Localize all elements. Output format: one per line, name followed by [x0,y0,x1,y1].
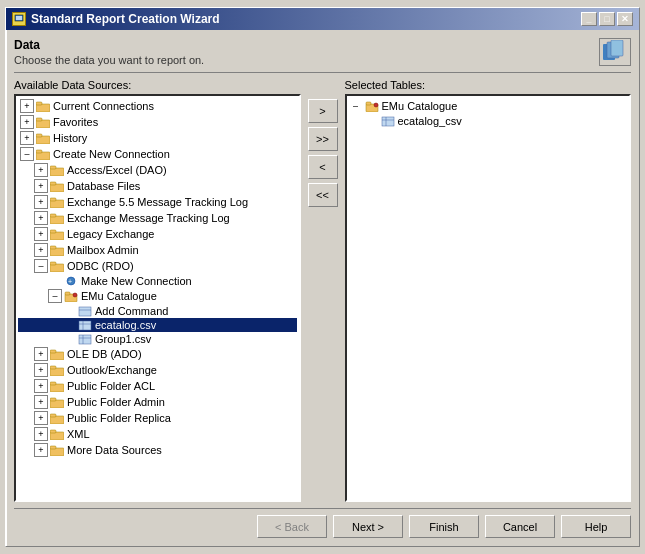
expander-legacy-exchange[interactable]: + [34,227,48,241]
svg-rect-8 [36,118,42,121]
expander-mailbox-admin[interactable]: + [34,243,48,257]
expander-favorites[interactable]: + [20,115,34,129]
connection-icon: + [64,276,78,287]
svg-rect-26 [50,262,56,265]
expander-public-folder-acl[interactable]: + [34,379,48,393]
label-emu-catalogue: EMu Catalogue [81,290,157,302]
svg-rect-22 [50,230,56,233]
svg-rect-45 [50,382,56,385]
expander-odbc-rdo[interactable]: – [34,259,48,273]
label-current-connections: Current Connections [53,100,154,112]
svg-rect-49 [50,414,56,417]
tree-item-create-new[interactable]: – Create New Connection [18,146,297,162]
back-button[interactable]: < Back [257,515,327,538]
expander-database-files[interactable]: + [34,179,48,193]
expander-history[interactable]: + [20,131,34,145]
label-exchange55: Exchange 5.5 Message Tracking Log [67,196,248,208]
svg-rect-37 [79,335,91,344]
section-description: Choose the data you want to report on. [14,54,204,66]
remove-all-button[interactable]: << [308,183,338,207]
expander-current-connections[interactable]: + [20,99,34,113]
header-logo [599,38,631,66]
header-section: Data Choose the data you want to report … [14,38,631,73]
available-sources-tree[interactable]: + Current Connections + Favorites + [14,94,301,502]
remove-one-button[interactable]: < [308,155,338,179]
svg-rect-41 [50,350,56,353]
cancel-button[interactable]: Cancel [485,515,555,538]
expander-more-data[interactable]: + [34,443,48,457]
sel-tree-item-ecatalog-csv[interactable]: ecatalog_csv [349,114,628,128]
svg-rect-32 [79,307,91,316]
tree-item-current-connections[interactable]: + Current Connections [18,98,297,114]
sel-db-folder-icon-emu [365,101,379,112]
expander-outlook[interactable]: + [34,363,48,377]
tree-item-legacy-exchange[interactable]: + Legacy Exchange [18,226,297,242]
folder-icon-mailbox-admin [50,245,64,256]
tree-item-exchange55[interactable]: + Exchange 5.5 Message Tracking Log [18,194,297,210]
add-all-button[interactable]: >> [308,127,338,151]
left-panel: Available Data Sources: + Current Connec… [14,79,301,502]
tree-item-xml[interactable]: + XML [18,426,297,442]
tree-item-make-new-connection[interactable]: + Make New Connection [18,274,297,288]
svg-rect-12 [36,150,42,153]
folder-icon-outlook [50,365,64,376]
tree-item-ecatalog-csv[interactable]: ecatalog.csv [18,318,297,332]
sel-label-ecatalog-csv: ecatalog_csv [398,115,462,127]
tree-item-mailbox-admin[interactable]: + Mailbox Admin [18,242,297,258]
tree-item-add-command[interactable]: Add Command [18,304,297,318]
folder-icon-create-new [36,149,50,160]
tree-item-ole-db[interactable]: + OLE DB (ADO) [18,346,297,362]
footer: < Back Next > Finish Cancel Help [14,508,631,538]
titlebar-left: Standard Report Creation Wizard [12,12,220,26]
expander-exchange-msg[interactable]: + [34,211,48,225]
svg-rect-53 [50,446,56,449]
tree-item-database-files[interactable]: + Database Files [18,178,297,194]
tree-item-emu-catalogue[interactable]: – EMu Catalogue [18,288,297,304]
tree-item-public-folder-admin[interactable]: + Public Folder Admin [18,394,297,410]
svg-rect-14 [50,166,56,169]
selected-tables-tree[interactable]: – EMu Catalogue ecatalog_csv [345,94,632,502]
right-panel: Selected Tables: – EMu Catalogue ecatalo… [345,79,632,502]
expander-public-folder-admin[interactable]: + [34,395,48,409]
svg-rect-6 [36,102,42,105]
wizard-window: Standard Report Creation Wizard _ □ ✕ Da… [5,7,640,547]
maximize-button[interactable]: □ [599,12,615,26]
folder-icon-xml [50,429,64,440]
tree-item-group1-csv[interactable]: Group1.csv [18,332,297,346]
tree-item-odbc-rdo[interactable]: – ODBC (RDO) [18,258,297,274]
tree-item-more-data-sources[interactable]: + More Data Sources [18,442,297,458]
tree-item-outlook[interactable]: + Outlook/Exchange [18,362,297,378]
expander-public-folder-replica[interactable]: + [34,411,48,425]
finish-button[interactable]: Finish [409,515,479,538]
expander-emu-catalogue[interactable]: – [48,289,62,303]
label-ecatalog-csv: ecatalog.csv [95,319,156,331]
tree-item-exchange-msg[interactable]: + Exchange Message Tracking Log [18,210,297,226]
minimize-button[interactable]: _ [581,12,597,26]
expander-exchange55[interactable]: + [34,195,48,209]
next-button[interactable]: Next > [333,515,403,538]
folder-icon-db-files [50,181,64,192]
tree-item-history[interactable]: + History [18,130,297,146]
expander-xml[interactable]: + [34,427,48,441]
expander-create-new[interactable]: – [20,147,34,161]
svg-text:+: + [68,278,72,285]
help-button[interactable]: Help [561,515,631,538]
add-one-button[interactable]: > [308,99,338,123]
svg-rect-20 [50,214,56,217]
expander-access-excel[interactable]: + [34,163,48,177]
close-button[interactable]: ✕ [617,12,633,26]
label-public-folder-replica: Public Folder Replica [67,412,171,424]
tree-item-access-excel[interactable]: + Access/Excel (DAO) [18,162,297,178]
label-outlook: Outlook/Exchange [67,364,157,376]
folder-icon-public-admin [50,397,64,408]
tree-item-public-folder-replica[interactable]: + Public Folder Replica [18,410,297,426]
tree-item-favorites[interactable]: + Favorites [18,114,297,130]
label-create-new: Create New Connection [53,148,170,160]
expander-ole-db[interactable]: + [34,347,48,361]
tree-item-public-folder-acl[interactable]: + Public Folder ACL [18,378,297,394]
left-panel-label: Available Data Sources: [14,79,301,91]
sel-expander-emu[interactable]: – [349,99,363,113]
folder-icon-exchange55 [50,197,64,208]
sel-tree-item-emu-catalogue[interactable]: – EMu Catalogue [349,98,628,114]
folder-icon-public-replica [50,413,64,424]
